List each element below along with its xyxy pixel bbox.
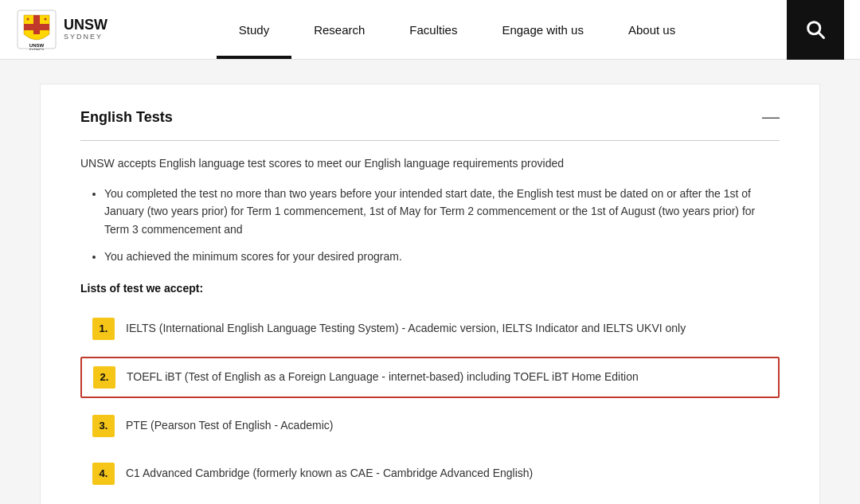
nav-about[interactable]: About us <box>606 0 698 59</box>
requirement-item-1: You completed the test no more than two … <box>104 185 780 238</box>
main-nav: Study Research Faculties Engage with us … <box>127 0 787 59</box>
test-text-3: PTE (Pearson Test of English - Academic) <box>126 418 333 434</box>
search-button[interactable] <box>787 0 844 60</box>
test-number-3: 3. <box>92 415 115 437</box>
svg-text:UNSW: UNSW <box>29 43 45 48</box>
search-icon <box>804 18 827 41</box>
test-text-4: C1 Advanced Cambridge (formerly known as… <box>126 466 533 482</box>
test-number-2: 2. <box>93 366 115 389</box>
svg-point-3 <box>27 18 29 21</box>
test-item-1: 1. IELTS (International English Language… <box>80 309 780 349</box>
test-item-3: 3. PTE (Pearson Test of English - Academ… <box>80 406 780 446</box>
logo-unsw-text: UNSW <box>64 18 108 33</box>
lists-label: Lists of test we accept: <box>80 282 780 295</box>
section-title: English Tests <box>80 109 173 126</box>
test-list: 1. IELTS (International English Language… <box>80 309 780 504</box>
nav-engage[interactable]: Engage with us <box>479 0 606 59</box>
content-card: English Tests — UNSW accepts English lan… <box>40 84 820 504</box>
svg-point-4 <box>45 18 47 21</box>
intro-text: UNSW accepts English language test score… <box>80 155 780 172</box>
nav-faculties[interactable]: Faculties <box>387 0 479 59</box>
logo-area[interactable]: UNSW SYDNEY UNSW SYDNEY <box>16 9 127 50</box>
nav-study[interactable]: Study <box>217 0 291 59</box>
test-text-2: TOEFL iBT (Test of English as a Foreign … <box>127 369 639 385</box>
divider <box>80 140 780 141</box>
svg-line-8 <box>819 33 823 37</box>
logo-sydney-text: SYDNEY <box>64 33 108 41</box>
test-item-5: 5. C2 Proficiency Cambridge (formerly kn… <box>80 502 780 504</box>
svg-rect-2 <box>24 24 49 30</box>
section-header: English Tests — <box>80 108 780 126</box>
unsw-logo: UNSW SYDNEY <box>16 9 57 50</box>
requirement-item-2: You achieved the minimum scores for your… <box>104 248 780 265</box>
svg-text:SYDNEY: SYDNEY <box>29 49 45 50</box>
test-text-1: IELTS (International English Language Te… <box>126 321 686 337</box>
nav-research[interactable]: Research <box>291 0 387 59</box>
site-header: UNSW SYDNEY UNSW SYDNEY Study Research F… <box>0 0 860 60</box>
collapse-button[interactable]: — <box>762 108 780 126</box>
main-content: English Tests — UNSW accepts English lan… <box>0 60 860 504</box>
test-number-1: 1. <box>92 318 115 340</box>
test-number-4: 4. <box>92 463 115 485</box>
test-item-4: 4. C1 Advanced Cambridge (formerly known… <box>80 454 780 494</box>
test-item-2: 2. TOEFL iBT (Test of English as a Forei… <box>80 357 780 398</box>
requirements-list: You completed the test no more than two … <box>104 185 780 266</box>
